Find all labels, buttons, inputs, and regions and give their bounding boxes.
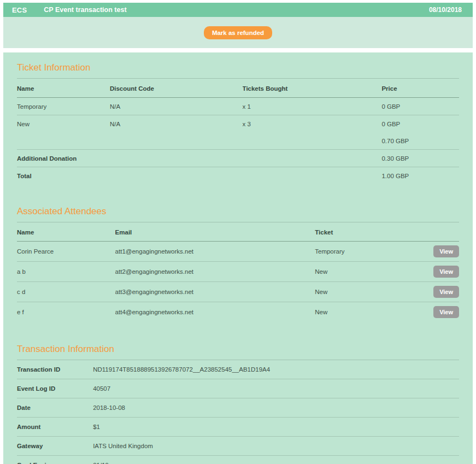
view-attendee-button[interactable]: View	[433, 306, 459, 318]
column-header-price: Price	[381, 79, 459, 98]
cell-tickets-bought	[243, 132, 382, 150]
summary-row-total: Total 1.00 GBP	[17, 167, 459, 185]
attendee-row: e f att4@engagingnetworks.net New View	[17, 302, 459, 322]
section-title-ticket-information: Ticket Information	[17, 61, 459, 79]
cell-discount-code	[110, 132, 243, 150]
kv-value-date: 2018-10-08	[93, 398, 459, 418]
column-header-discount-code: Discount Code	[110, 79, 243, 98]
kv-label-amount: Amount	[17, 418, 93, 437]
app-brand: ECS	[12, 6, 27, 14]
cell-attendee-email: att4@engagingnetworks.net	[115, 302, 315, 322]
toolbar: Mark as refunded	[3, 17, 473, 48]
cell-attendee-email: att1@engagingnetworks.net	[115, 242, 315, 262]
cell-attendee-name: e f	[17, 302, 115, 322]
app-header: ECS CP Event transaction test 08/10/2018	[3, 3, 473, 17]
column-header-name: Name	[17, 222, 115, 242]
transaction-row: Card Expiry 01/19	[17, 456, 459, 464]
cell-ticket-name: New	[17, 115, 110, 133]
mark-as-refunded-button[interactable]: Mark as refunded	[204, 26, 272, 39]
transaction-row: Amount $1	[17, 418, 459, 437]
kv-label-gateway: Gateway	[17, 437, 93, 456]
cell-attendee-ticket: New	[315, 282, 428, 302]
summary-row-additional-donation: Additional Donation 0.30 GBP	[17, 150, 459, 167]
kv-label-event-log-id: Event Log ID	[17, 379, 93, 398]
summary-label: Total	[17, 167, 381, 185]
kv-value-amount: $1	[93, 418, 459, 437]
kv-label-transaction-id: Transaction ID	[17, 360, 93, 379]
cell-ticket-name	[17, 132, 110, 150]
cell-price: 0.70 GBP	[381, 132, 459, 150]
section-title-associated-attendees: Associated Attendees	[17, 205, 459, 222]
cell-price: 0 GBP	[381, 98, 459, 115]
cell-attendee-ticket: Temporary	[315, 242, 428, 262]
ticket-row: New N/A x 3 0 GBP	[17, 115, 459, 133]
cell-ticket-name: Temporary	[17, 98, 110, 115]
content-panel: Ticket Information Name Discount Code Ti…	[3, 52, 473, 464]
ticket-row: 0.70 GBP	[17, 132, 459, 150]
cell-attendee-name: a b	[17, 262, 115, 282]
header-date: 08/10/2018	[429, 6, 462, 14]
transaction-table: Transaction ID ND119174T8518889513926787…	[17, 360, 459, 464]
kv-value-transaction-id: ND119174T8518889513926787072__A23852545_…	[93, 360, 459, 379]
cell-attendee-ticket: New	[315, 262, 428, 282]
transaction-row: Date 2018-10-08	[17, 398, 459, 418]
cell-price: 0 GBP	[381, 115, 459, 133]
transaction-row: Transaction ID ND119174T8518889513926787…	[17, 360, 459, 379]
cell-attendee-email: att2@engagingnetworks.net	[115, 262, 315, 282]
view-attendee-button[interactable]: View	[433, 245, 459, 257]
kv-label-date: Date	[17, 398, 93, 418]
view-attendee-button[interactable]: View	[433, 286, 459, 298]
attendee-row: Corin Pearce att1@engagingnetworks.net T…	[17, 242, 459, 262]
cell-attendee-email: att3@engagingnetworks.net	[115, 282, 315, 302]
kv-label-card-expiry: Card Expiry	[17, 456, 93, 464]
column-header-email: Email	[115, 222, 315, 242]
transaction-row: Gateway IATS United Kingdom	[17, 437, 459, 456]
page-title: CP Event transaction test	[44, 6, 126, 14]
cell-attendee-name: c d	[17, 282, 115, 302]
column-header-name: Name	[17, 79, 110, 98]
column-header-ticket: Ticket	[315, 222, 428, 242]
kv-value-card-expiry: 01/19	[93, 456, 459, 464]
cell-discount-code: N/A	[110, 115, 243, 133]
column-header-actions	[428, 222, 459, 242]
attendee-row: a b att2@engagingnetworks.net New View	[17, 262, 459, 282]
section-title-transaction-information: Transaction Information	[17, 343, 459, 360]
attendee-row: c d att3@engagingnetworks.net New View	[17, 282, 459, 302]
view-attendee-button[interactable]: View	[433, 266, 459, 278]
ticket-row: Temporary N/A x 1 0 GBP	[17, 98, 459, 115]
cell-discount-code: N/A	[110, 98, 243, 115]
page: ECS CP Event transaction test 08/10/2018…	[0, 0, 476, 464]
cell-tickets-bought: x 1	[243, 98, 382, 115]
cell-price: 0.30 GBP	[381, 150, 459, 167]
transaction-row: Event Log ID 40507	[17, 379, 459, 398]
ticket-table: Name Discount Code Tickets Bought Price …	[17, 79, 459, 184]
cell-price: 1.00 GBP	[381, 167, 459, 185]
kv-value-gateway: IATS United Kingdom	[93, 437, 459, 456]
cell-tickets-bought: x 3	[243, 115, 382, 133]
kv-value-event-log-id: 40507	[93, 379, 459, 398]
cell-attendee-ticket: New	[315, 302, 428, 322]
ticket-table-header: Name Discount Code Tickets Bought Price	[17, 79, 459, 98]
column-header-tickets-bought: Tickets Bought	[243, 79, 382, 98]
attendees-table-header: Name Email Ticket	[17, 222, 459, 242]
summary-label: Additional Donation	[17, 150, 381, 167]
cell-attendee-name: Corin Pearce	[17, 242, 115, 262]
attendees-table: Name Email Ticket Corin Pearce att1@enga…	[17, 222, 459, 322]
